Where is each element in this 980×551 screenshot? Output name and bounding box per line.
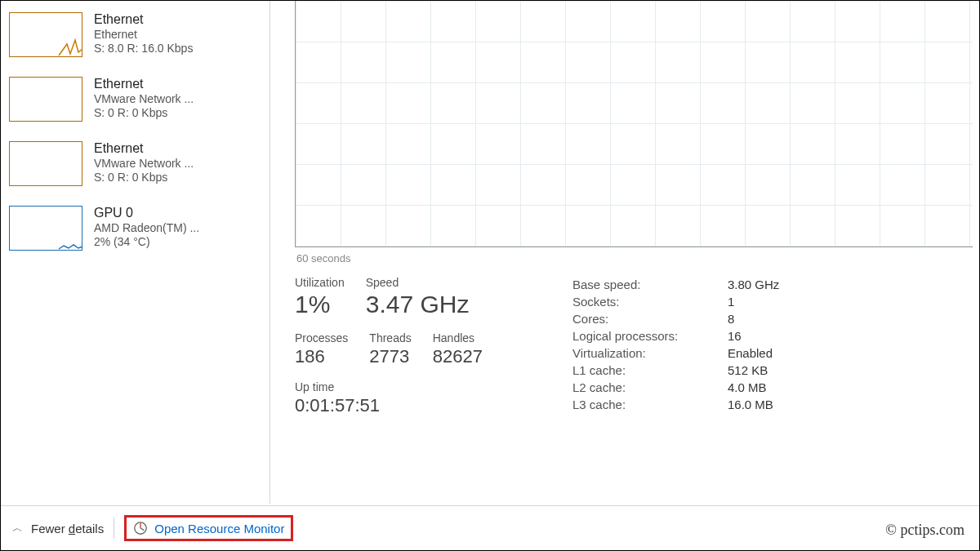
detail-value: 8	[728, 312, 734, 326]
uptime-value: 0:01:57:51	[295, 395, 540, 416]
metric-speed: Speed 3.47 GHz	[366, 276, 470, 318]
metric-handles: Handles 82627	[433, 331, 483, 367]
detail-key: L1 cache:	[572, 363, 728, 377]
detail-value: 4.0 MB	[728, 380, 767, 394]
thumbnail-chart	[9, 12, 82, 57]
detail-value: 1	[728, 295, 734, 309]
metric-processes: Processes 186	[295, 331, 348, 367]
utilization-label: Utilization	[295, 276, 345, 289]
handles-value: 82627	[433, 346, 483, 367]
handles-label: Handles	[433, 331, 483, 344]
detail-key: Cores:	[572, 312, 728, 326]
detail-key: Logical processors:	[572, 329, 728, 343]
metric-utilization: Utilization 1%	[295, 276, 345, 318]
detail-row: L1 cache:512 KB	[572, 363, 979, 377]
detail-row: Logical processors:16	[572, 329, 979, 343]
sidebar-item-title: Ethernet	[94, 77, 194, 91]
detail-row: Sockets:1	[572, 295, 979, 309]
processes-value: 186	[295, 346, 348, 367]
detail-key: Base speed:	[572, 278, 728, 291]
detail-row: Base speed:3.80 GHz	[572, 278, 979, 291]
detail-row: L2 cache:4.0 MB	[572, 380, 979, 394]
thumbnail-chart	[9, 141, 82, 186]
sidebar-item-stat: S: 0 R: 0 Kbps	[94, 106, 194, 119]
chevron-up-icon: ︿	[12, 521, 23, 535]
detail-row: L3 cache:16.0 MB	[572, 398, 979, 411]
detail-row: Cores:8	[572, 312, 979, 326]
processes-label: Processes	[295, 331, 348, 344]
detail-key: L3 cache:	[572, 398, 728, 411]
sidebar-item-title: Ethernet	[94, 141, 194, 156]
copyright-watermark: © pctips.com	[885, 522, 964, 539]
sidebar-item-title: Ethernet	[94, 12, 193, 27]
open-resource-monitor-label: Open Resource Monitor	[154, 522, 284, 535]
uptime-label: Up time	[295, 380, 540, 393]
footer-divider	[114, 518, 114, 539]
sidebar-item-gpu-3[interactable]: GPU 0AMD Radeon(TM) ...2% (34 °C)	[9, 201, 261, 265]
metric-threads: Threads 2773	[369, 331, 411, 367]
detail-value: 16.0 MB	[728, 398, 773, 411]
thumbnail-chart	[9, 206, 82, 251]
speed-value: 3.47 GHz	[366, 291, 470, 318]
sidebar-item-stat: S: 0 R: 0 Kbps	[94, 171, 194, 184]
sidebar-item-subtitle: Ethernet	[94, 28, 193, 41]
resource-monitor-icon	[133, 521, 148, 535]
threads-value: 2773	[369, 346, 411, 367]
speed-label: Speed	[366, 276, 470, 289]
sparkline-icon	[10, 205, 83, 250]
sidebar-item-subtitle: VMware Network ...	[94, 157, 194, 170]
sidebar-item-eth-2[interactable]: EthernetVMware Network ...S: 0 R: 0 Kbps	[9, 136, 261, 201]
sidebar-item-eth-1[interactable]: EthernetVMware Network ...S: 0 R: 0 Kbps	[9, 72, 261, 136]
detail-key: Sockets:	[572, 295, 728, 309]
detail-key: Virtualization:	[572, 346, 728, 360]
sidebar-item-subtitle: AMD Radeon(TM) ...	[94, 221, 199, 234]
cpu-details-table: Base speed:3.80 GHzSockets:1Cores:8Logic…	[572, 276, 979, 416]
sparkline-icon	[10, 11, 83, 56]
fewer-details-label: Fewer details	[31, 522, 104, 535]
footer-bar: ︿ Fewer details Open Resource Monitor	[1, 505, 979, 550]
detail-key: L2 cache:	[572, 380, 728, 394]
metric-uptime: Up time 0:01:57:51	[295, 380, 540, 416]
performance-panel: 60 seconds Utilization 1% Speed 3.47 GHz…	[270, 1, 979, 504]
detail-value: 16	[728, 329, 742, 343]
chart-axis-label: 60 seconds	[296, 252, 979, 264]
sidebar-item-eth-0[interactable]: EthernetEthernetS: 8.0 R: 16.0 Kbps	[9, 7, 261, 72]
utilization-value: 1%	[295, 291, 345, 318]
detail-value: Enabled	[728, 346, 773, 360]
detail-row: Virtualization:Enabled	[572, 346, 979, 360]
threads-label: Threads	[369, 331, 411, 344]
cpu-usage-chart	[295, 1, 973, 247]
thumbnail-chart	[9, 77, 82, 122]
fewer-details-button[interactable]: ︿ Fewer details	[12, 521, 104, 535]
sidebar-item-stat: 2% (34 °C)	[94, 235, 199, 248]
detail-value: 512 KB	[728, 363, 768, 377]
open-resource-monitor-link[interactable]: Open Resource Monitor	[124, 515, 293, 541]
detail-value: 3.80 GHz	[728, 278, 779, 291]
sidebar: EthernetEthernetS: 8.0 R: 16.0 KbpsEther…	[1, 1, 270, 504]
sidebar-item-stat: S: 8.0 R: 16.0 Kbps	[94, 42, 193, 55]
sidebar-item-subtitle: VMware Network ...	[94, 92, 194, 105]
sidebar-item-title: GPU 0	[94, 206, 199, 220]
